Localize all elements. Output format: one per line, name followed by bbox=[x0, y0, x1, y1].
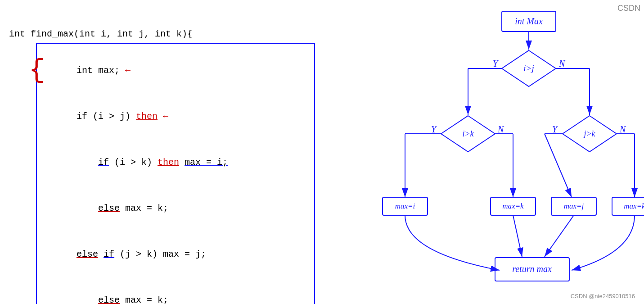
line-else-if-jk: else if (j > k) max = j; bbox=[44, 231, 307, 277]
line-else-k2: else max = k; bbox=[44, 277, 307, 304]
line-else-k1: else max = k; bbox=[44, 186, 307, 231]
code-section: int find_max(int i, int j, int k){ { int… bbox=[9, 27, 315, 304]
svg-text:int Max: int Max bbox=[515, 16, 543, 26]
svg-text:Y: Y bbox=[431, 124, 437, 134]
svg-text:N: N bbox=[558, 59, 566, 68]
svg-text:N: N bbox=[497, 124, 504, 134]
watermark: CSDN @nie2459010516 bbox=[571, 293, 635, 299]
svg-line-25 bbox=[545, 134, 572, 197]
line-if-ik: if (i > k) then max = i; bbox=[44, 140, 307, 186]
line-if-ij: if (i > j) then ← bbox=[44, 94, 307, 140]
arrow-1: ← bbox=[125, 65, 131, 76]
svg-text:N: N bbox=[619, 124, 626, 134]
line-int-max: int max; ← bbox=[44, 48, 307, 94]
svg-text:max=j: max=j bbox=[564, 202, 584, 210]
svg-text:j>k: j>k bbox=[583, 129, 595, 138]
svg-text:i>k: i>k bbox=[462, 129, 474, 138]
then-keyword-1: then bbox=[136, 111, 158, 122]
logo: CSDN bbox=[617, 4, 640, 13]
svg-text:Y: Y bbox=[493, 59, 499, 68]
svg-line-37 bbox=[545, 215, 574, 257]
svg-text:max=k: max=k bbox=[502, 202, 524, 210]
svg-text:Y: Y bbox=[552, 124, 558, 134]
flowchart: int Max i>j Y N i>k Y N j>k bbox=[306, 0, 644, 304]
svg-text:max=k: max=k bbox=[624, 202, 644, 210]
function-signature: int find_max(int i, int j, int k){ bbox=[9, 27, 315, 41]
svg-text:return  max: return max bbox=[512, 264, 552, 274]
svg-line-36 bbox=[513, 215, 522, 257]
then-keyword-2: then bbox=[158, 157, 179, 168]
code-box: { int max; ← if (i > j) then ← if (i > k… bbox=[36, 43, 315, 304]
svg-text:i>j: i>j bbox=[523, 64, 534, 73]
curly-brace: { bbox=[29, 57, 45, 84]
arrow-2: ← bbox=[163, 111, 168, 122]
svg-text:max=i: max=i bbox=[395, 202, 415, 210]
